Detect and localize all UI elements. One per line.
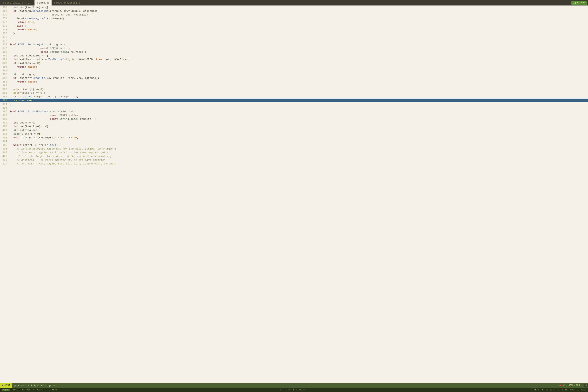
table-row: 401 std::string out; xyxy=(0,128,588,132)
table-row: 374 return false; xyxy=(0,28,588,32)
table-row: 398 const StringPiece& rewrite) { xyxy=(0,117,588,121)
alpha-tag: Alpha xyxy=(2,389,10,391)
table-row: 404 xyxy=(0,140,588,143)
table-row: 392 str->replace(vec[0], vec[1] - vec[0]… xyxy=(0,95,588,98)
table-row: 379 const PCRE& pattern, xyxy=(0,46,588,50)
table-row: 408 // infinite loop. Instead, we do the… xyxy=(0,154,588,158)
table-row: 371 input->remove_prefix(consumed); xyxy=(0,17,588,20)
bottom-zero: 0 / xyxy=(280,388,284,391)
bottom-multiplier: M: 62% xyxy=(22,388,30,391)
table-row: 375 } xyxy=(0,32,588,35)
table-row: 403 bool last_match_was_empty_string = f… xyxy=(0,136,588,140)
table-row: 394 } xyxy=(0,102,588,106)
table-row: 395 xyxy=(0,106,588,110)
table-row: 373 } else { xyxy=(0,24,588,28)
bottom-star: * xyxy=(307,388,309,391)
bottom-one: 1 / xyxy=(293,388,297,391)
table-row: 391 assert(vec[1] >= 0); xyxy=(0,91,588,95)
table-row: 384 return false; xyxy=(0,65,588,69)
tab-num-1: 1 xyxy=(3,1,4,4)
table-row: 407 // just match again: we'll match in … xyxy=(0,151,588,154)
table-row: 378 bool PCRE::Replace(std::string *str, xyxy=(0,43,588,46)
table-row: 406 // If the previous match was for the… xyxy=(0,147,588,151)
table-row: 400 int vec[kVecSize] = {}; xyxy=(0,125,588,128)
bottom-temp-i: I: 51°C xyxy=(546,388,555,391)
table-row: 387 if (!pattern.Rewrite(&s, rewrite, *s… xyxy=(0,76,588,80)
table-row: 399 int count = 0; xyxy=(0,121,588,125)
table-row: 388 return false; xyxy=(0,80,588,84)
table-row: 405 while (start <= str->size()) { xyxy=(0,143,588,147)
status-filetype: cpp xyxy=(48,384,52,387)
table-row: 409 // anchored -- to force another try … xyxy=(0,158,588,162)
table-row: 396 bool PCRE::GlobalReplace(std::string… xyxy=(0,110,588,114)
status-modified-count: ✗21 xyxy=(562,384,567,387)
status-indicator: ⊕ xyxy=(54,384,55,387)
status-right-section: ✗21 38% ℓ393:1 xyxy=(558,384,584,387)
bottom-shell: zsh xyxy=(286,388,290,391)
status-bar: V-LINE pcre.cc \ utf-8[unix] \ cpp ⊕ ✗21… xyxy=(0,384,588,388)
tab-pcre-cc[interactable]: 2 pcre.cc xyxy=(34,0,51,6)
bottom-device: surface xyxy=(577,388,586,391)
status-encoding: utf-8[unix] xyxy=(28,384,44,387)
tab-num-2: 2 xyxy=(36,1,38,4)
table-row: 397 const PCRE& pattern, xyxy=(0,114,588,117)
tab-coc-explorer-2[interactable]: 1 [coc-explorer]-2 - xyxy=(1,0,34,6)
bottom-normal-temp: N: 60°C xyxy=(33,388,43,391)
table-row: 410 // and with a flag saying that this … xyxy=(0,162,588,166)
status-filename: pcre.cc xyxy=(14,384,24,387)
status-scroll-number: 4 xyxy=(584,384,588,387)
table-row: 402 size_t start = 0; xyxy=(0,132,588,136)
bottom-cpu: C: 9.3% xyxy=(558,388,568,391)
branch-label: ⎇ master xyxy=(571,1,587,5)
status-position: ℓ393:1 xyxy=(574,384,583,387)
bottom-nvim: nvim xyxy=(299,388,305,391)
table-row: 383 if (matches == 0) xyxy=(0,61,588,65)
table-row: 380 const StringPiece& rewrite) { xyxy=(0,50,588,54)
table-row: 381 int vec[kVecSize] = {}; xyxy=(0,54,588,58)
status-file-info: pcre.cc \ utf-8[unix] \ cpp ⊕ xyxy=(12,384,56,387)
bottom-speed: 2 KB/s xyxy=(49,388,58,391)
bottom-net-speed: 2 KB/s xyxy=(531,388,540,391)
table-row: 389 xyxy=(0,84,588,88)
bottom-arrow2: ⬇ xyxy=(542,388,543,392)
table-row: 385 xyxy=(0,69,588,72)
bottom-arrow-down: ⬇ xyxy=(45,388,47,392)
table-row: 376 } xyxy=(0,35,588,39)
table-row: 370 args, n, vec, kVecSize)) { xyxy=(0,13,588,17)
code-editor[interactable]: 368 int vec[kVecSize] = {}; 369 if (patt… xyxy=(0,6,588,384)
tab-num-3: 3 xyxy=(54,1,55,4)
status-dot xyxy=(560,385,561,386)
status-percent: 38% xyxy=(568,384,573,387)
editor-mode: V-LINE xyxy=(0,384,12,388)
bottom-day: Wed xyxy=(570,388,574,391)
bottom-time: 09:17 xyxy=(13,388,20,391)
tab-coc-explorer-3[interactable]: 3 [coc-explorer]-3 - xyxy=(52,0,85,6)
table-row: 382 int matches = pattern.TryMatch(*str,… xyxy=(0,58,588,61)
table-row: 390 assert(vec[0] >= 0); xyxy=(0,88,588,91)
tab-label-2: pcre.cc xyxy=(39,1,50,4)
table-row: 386 std::string s; xyxy=(0,72,588,76)
branch-icon: ⎇ xyxy=(573,1,576,4)
table-row: 368 int vec[kVecSize] = {}; xyxy=(0,6,588,9)
tab-bar: 1 [coc-explorer]-2 - 2 pcre.cc 3 [coc-ex… xyxy=(0,0,588,6)
table-row: 393 return true; xyxy=(0,98,588,102)
table-row: 369 if (pattern.DoMatchImpl(*input, UNAN… xyxy=(0,9,588,13)
branch-name: master xyxy=(577,1,585,4)
tab-label-1: [coc-explorer]-2 - xyxy=(5,1,32,4)
tab-label-3: [coc-explorer]-3 - xyxy=(56,1,83,4)
table-row: 372 return true; xyxy=(0,20,588,24)
bottom-bar: Alpha 09:17 M: 62% N: 60°C ⬇ 2 KB/s 0 / … xyxy=(0,388,588,392)
table-row: 377 xyxy=(0,39,588,43)
